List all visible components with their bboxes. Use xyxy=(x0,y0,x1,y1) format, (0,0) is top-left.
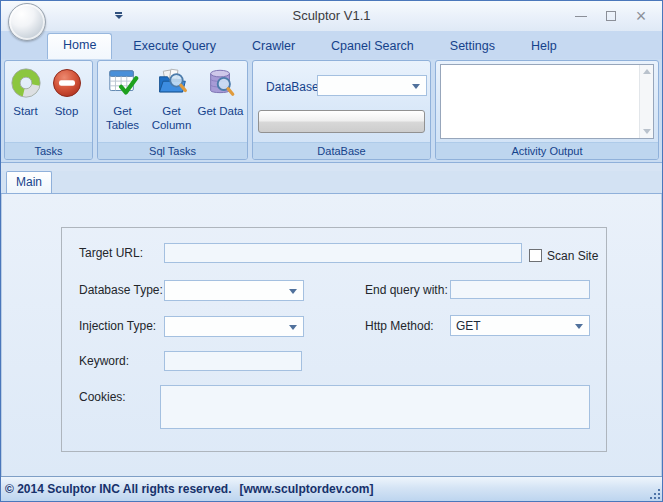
activity-output-group-label: Activity Output xyxy=(436,142,658,159)
resize-grip-icon[interactable] xyxy=(658,497,660,499)
document-tab-strip: Main xyxy=(1,171,662,194)
tab-execute-query[interactable]: Execute Query xyxy=(118,34,231,59)
ribbon-page-gap xyxy=(1,163,662,171)
get-tables-button[interactable]: Get Tables xyxy=(98,61,147,133)
get-column-button[interactable]: Get Column xyxy=(147,61,196,133)
maximize-icon xyxy=(606,11,616,21)
keyword-label: Keyword: xyxy=(79,354,129,368)
main-tab-page: Target URL: Scan Site Database Type: End… xyxy=(1,194,662,476)
http-method-label: Http Method: xyxy=(365,319,434,333)
maximize-button[interactable] xyxy=(596,5,626,27)
injection-type-combobox[interactable] xyxy=(164,316,304,337)
http-method-combobox[interactable]: GET xyxy=(450,315,590,336)
stop-button-label: Stop xyxy=(46,104,87,118)
activity-output-listbox[interactable] xyxy=(440,64,654,139)
copyright-text: © 2014 Sculptor INC All rights reserved. xyxy=(5,482,231,496)
end-query-input[interactable] xyxy=(450,280,590,299)
get-data-label: Get Data xyxy=(196,104,245,118)
cookies-textarea[interactable] xyxy=(160,385,590,429)
end-query-label: End query with: xyxy=(365,283,448,297)
title-bar: Sculptor V1.1 × xyxy=(1,1,662,31)
get-column-label: Get Column xyxy=(147,104,196,133)
stop-button[interactable]: Stop xyxy=(46,61,87,118)
minimize-button[interactable] xyxy=(566,5,596,27)
stop-icon xyxy=(51,67,83,99)
database-search-icon xyxy=(205,67,237,99)
status-text: © 2014 Sculptor INC All rights reserved.… xyxy=(5,482,374,496)
chevron-down-icon xyxy=(575,324,583,329)
get-data-button[interactable]: Get Data xyxy=(196,61,245,118)
chevron-down-icon xyxy=(289,289,297,294)
start-donut-icon xyxy=(10,67,42,99)
status-bar: © 2014 Sculptor INC All rights reserved.… xyxy=(1,476,662,501)
database-type-combobox[interactable] xyxy=(164,280,304,301)
chevron-down-icon xyxy=(412,84,420,89)
injection-type-label: Injection Type: xyxy=(79,319,156,333)
tasks-group-label: Tasks xyxy=(5,142,92,159)
scan-site-checkbox[interactable] xyxy=(529,249,542,262)
quick-access-toolbar-dropdown-icon[interactable] xyxy=(114,12,123,21)
start-button-label: Start xyxy=(5,104,46,118)
tab-home[interactable]: Home xyxy=(47,33,112,59)
sql-tasks-group-label: Sql Tasks xyxy=(98,142,247,159)
database-type-label: Database Type: xyxy=(79,283,163,297)
ribbon-tab-strip: Home Execute Query Crawler Cpanel Search… xyxy=(1,31,662,59)
activity-output-list xyxy=(441,65,639,138)
scan-site-label: Scan Site xyxy=(547,249,598,263)
tab-cpanel-search[interactable]: Cpanel Search xyxy=(316,34,429,59)
ribbon-group-activity-output: Activity Output xyxy=(435,60,659,160)
database-combo-label: DataBase xyxy=(266,80,319,94)
get-tables-label: Get Tables xyxy=(98,104,147,133)
tab-crawler[interactable]: Crawler xyxy=(237,34,310,59)
scroll-down-icon[interactable] xyxy=(643,129,651,134)
keyword-input[interactable] xyxy=(164,351,302,371)
database-combobox[interactable] xyxy=(317,75,427,96)
chevron-down-icon xyxy=(289,325,297,330)
window-controls: × xyxy=(566,1,656,31)
table-check-icon xyxy=(107,67,139,99)
ribbon-group-tasks: Start Stop xyxy=(4,60,93,160)
minimize-icon xyxy=(575,16,587,17)
window-title: Sculptor V1.1 xyxy=(1,1,662,31)
target-url-label: Target URL: xyxy=(79,246,143,260)
start-button[interactable]: Start xyxy=(5,61,46,118)
application-orb-button[interactable] xyxy=(8,3,46,41)
http-method-value: GET xyxy=(456,319,481,333)
database-progress-bar xyxy=(258,110,425,133)
cookies-label: Cookies: xyxy=(79,390,126,404)
close-button[interactable]: × xyxy=(626,5,656,27)
database-group-label: DataBase xyxy=(253,142,430,159)
ribbon: Start Stop xyxy=(1,59,662,163)
scroll-up-icon[interactable] xyxy=(643,69,651,74)
tab-help[interactable]: Help xyxy=(516,34,572,59)
target-url-input[interactable] xyxy=(164,243,522,263)
app-window: Sculptor V1.1 × Home Execute Query Crawl… xyxy=(0,0,663,502)
ribbon-group-sql-tasks: Get Tables Get Column xyxy=(97,60,248,160)
website-text: [www.sculptordev.com] xyxy=(239,482,373,496)
tab-main[interactable]: Main xyxy=(6,171,52,193)
activity-output-scrollbar[interactable] xyxy=(639,65,653,138)
tab-settings[interactable]: Settings xyxy=(435,34,510,59)
close-icon: × xyxy=(636,7,647,25)
ribbon-group-database: DataBase DataBase xyxy=(252,60,431,160)
folder-search-icon xyxy=(156,67,188,99)
